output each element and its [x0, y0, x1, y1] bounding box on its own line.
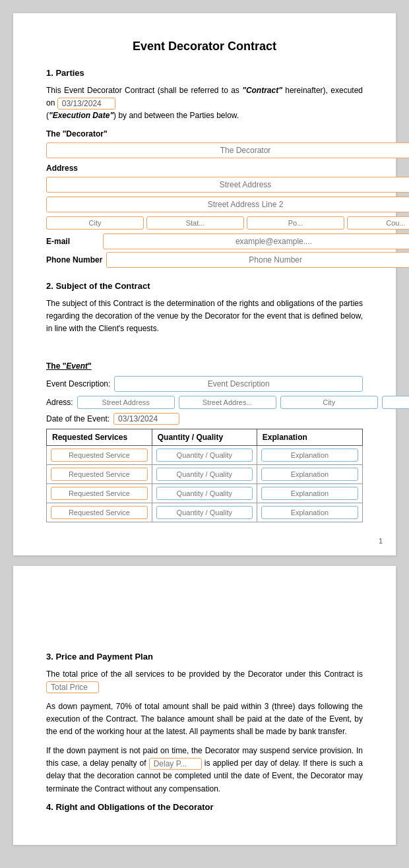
decorator-phone-label: Phone Number — [46, 255, 102, 264]
section3-text1: The total price of the all services to b… — [46, 668, 363, 693]
document-title: Event Decorator Contract — [46, 40, 363, 53]
explanation-input-2[interactable] — [261, 487, 358, 500]
quantity-cell-1 — [152, 465, 257, 484]
section3-text3: If the down payment is not paid on time,… — [46, 745, 363, 795]
section2-body: The subject of this Contract is the dete… — [46, 297, 363, 336]
explanation-cell-3 — [257, 503, 362, 522]
quantity-cell-2 — [152, 484, 257, 503]
table-row — [47, 484, 363, 503]
quantity-input-2[interactable] — [156, 487, 253, 500]
service-cell-1 — [47, 465, 152, 484]
explanation-cell-0 — [257, 446, 362, 465]
explanation-input-0[interactable] — [261, 449, 358, 462]
decorator-street1-field — [46, 177, 409, 193]
decorator-phone-input[interactable] — [106, 252, 409, 268]
decorator-name-field — [46, 142, 409, 158]
event-street2-input[interactable] — [179, 396, 276, 409]
section1-intro: This Event Decorator Contract (shall be … — [46, 84, 363, 123]
section2-title: 2. Subject of the Contract — [46, 281, 363, 291]
table-row — [47, 465, 363, 484]
section3-text2: As down payment, 70% of total amount sha… — [46, 700, 363, 739]
event-desc-row: Event Description: — [46, 376, 363, 392]
page-1: Event Decorator Contract 1. Parties This… — [13, 13, 396, 555]
quantity-cell-3 — [152, 503, 257, 522]
spacer-1 — [46, 342, 363, 361]
quantity-cell-0 — [152, 446, 257, 465]
section1-title: 1. Parties — [46, 68, 363, 78]
decorator-email-label: E-mail — [46, 237, 99, 246]
event-date-row: Date of the Event: — [46, 413, 363, 425]
event-desc-label: Event Description: — [46, 379, 110, 388]
decorator-city-row — [46, 216, 409, 230]
table-header-quantity: Quantity / Quality — [152, 429, 257, 446]
quantity-input-0[interactable] — [156, 449, 253, 462]
event-date-input[interactable] — [113, 413, 179, 425]
explanation-input-3[interactable] — [261, 506, 358, 519]
decorator-phone-row: Phone Number — [46, 252, 409, 268]
event-label: The "Event" — [46, 361, 363, 371]
section4-title: 4. Right and Obligations of the Decorato… — [46, 802, 363, 812]
service-cell-3 — [47, 503, 152, 522]
total-price-input[interactable] — [46, 681, 99, 693]
intro-text-1: This Event Decorator Contract (shall be … — [46, 86, 242, 95]
decorator-name-input[interactable] — [46, 142, 409, 158]
explanation-cell-1 — [257, 465, 362, 484]
explanation-input-1[interactable] — [261, 468, 358, 481]
event-address-label: Adress: — [46, 398, 73, 407]
parties-columns: The "Decorator" Address E-mail — [46, 129, 363, 270]
service-input-1[interactable] — [51, 468, 148, 481]
decorator-cou-input[interactable] — [347, 216, 409, 230]
page-break — [13, 561, 396, 566]
event-desc-input[interactable] — [114, 376, 363, 392]
decorator-email-input[interactable] — [103, 233, 409, 249]
event-street-input[interactable] — [77, 396, 175, 409]
delay-penalty-input[interactable] — [149, 758, 202, 770]
service-input-0[interactable] — [51, 449, 148, 462]
quantity-input-3[interactable] — [156, 506, 253, 519]
intro-text-3: ("Execution Date") by and between the Pa… — [46, 111, 239, 120]
decorator-street2-field — [46, 197, 409, 212]
decorator-city-input[interactable] — [46, 216, 144, 230]
table-header-service: Requested Services — [47, 429, 152, 446]
table-row — [47, 503, 363, 522]
service-cell-0 — [47, 446, 152, 465]
event-state-input[interactable] — [382, 396, 409, 409]
page-2: 3. Price and Payment Plan The total pric… — [13, 566, 396, 845]
service-input-2[interactable] — [51, 487, 148, 500]
quantity-input-1[interactable] — [156, 468, 253, 481]
section3-text1a: The total price of the all services to b… — [46, 669, 363, 679]
intro-contract-bold: "Contract" — [242, 86, 282, 95]
decorator-street1-input[interactable] — [46, 177, 409, 193]
decorator-col: The "Decorator" Address E-mail — [46, 129, 409, 270]
decorator-email-row: E-mail — [46, 233, 409, 249]
services-table: Requested Services Quantity / Quality Ex… — [46, 429, 363, 522]
section3-title: 3. Price and Payment Plan — [46, 652, 363, 662]
event-city-input[interactable] — [280, 396, 378, 409]
event-address-row: Adress: — [46, 396, 363, 409]
table-header-explanation: Explanation — [257, 429, 362, 446]
decorator-street2-input[interactable] — [46, 197, 409, 212]
event-date-label: Date of the Event: — [46, 414, 110, 423]
explanation-cell-2 — [257, 484, 362, 503]
page-number: 1 — [379, 537, 383, 545]
service-cell-2 — [47, 484, 152, 503]
table-row — [47, 446, 363, 465]
page2-top-space — [46, 592, 363, 652]
decorator-address-label: Address — [46, 164, 409, 173]
event-italic-text: Event — [66, 361, 88, 371]
service-input-3[interactable] — [51, 506, 148, 519]
execution-date-input[interactable] — [57, 98, 115, 109]
decorator-state-input[interactable] — [146, 216, 244, 230]
decorator-po-input[interactable] — [247, 216, 344, 230]
decorator-label: The "Decorator" — [46, 129, 409, 139]
